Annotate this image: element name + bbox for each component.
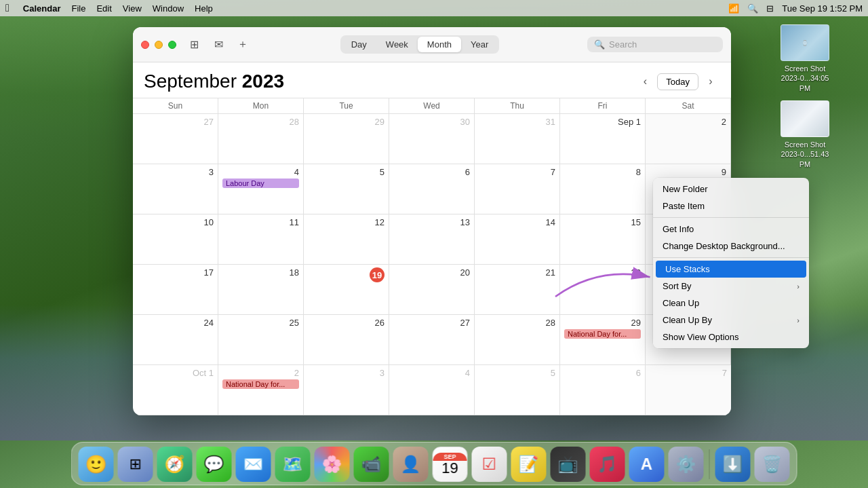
day-header-wed: Wed: [389, 98, 475, 114]
dock-contacts[interactable]: 👤: [393, 447, 429, 482]
desktop-icon-screenshot2[interactable]: Screen Shot2023-0...51.43 PM: [774, 100, 835, 169]
search-bar[interactable]: 🔍 Search: [587, 37, 723, 52]
ctx-get-info[interactable]: Get Info: [653, 221, 809, 238]
event-national-day-29[interactable]: National Day for...: [564, 329, 641, 339]
ctx-clean-up-by[interactable]: Clean Up By ›: [653, 312, 809, 329]
dock-launchpad[interactable]: ⊞: [118, 447, 153, 482]
day-cell-aug27[interactable]: 27: [133, 114, 218, 164]
day-cell-sep18[interactable]: 18: [218, 265, 304, 315]
menubar-view[interactable]: View: [123, 3, 142, 14]
screenshot1-label: Screen Shot2023-0...34:05 PM: [774, 64, 835, 93]
event-labour-day[interactable]: Labour Day: [222, 179, 299, 188]
menubar-file[interactable]: File: [71, 3, 85, 14]
day-cell-oct1[interactable]: Oct 1: [133, 365, 218, 415]
calendar-grid: Sun Mon Tue Wed Thu Fri Sat 27 28 29 30 …: [133, 98, 731, 415]
day-cell-sep7[interactable]: 7: [475, 164, 560, 214]
day-cell-oct6[interactable]: 6: [560, 365, 646, 415]
ctx-new-folder[interactable]: New Folder: [653, 181, 809, 198]
calendar-content: September 2023 ‹ Today › Sun Mon Tue Wed…: [133, 62, 731, 415]
tab-day[interactable]: Day: [342, 37, 376, 52]
new-event-button[interactable]: ＋: [233, 35, 252, 54]
day-cell-sep13[interactable]: 13: [389, 214, 475, 265]
ctx-divider-2: [653, 257, 809, 258]
day-cell-oct3[interactable]: 3: [304, 365, 389, 415]
month-title: September 2023: [144, 71, 284, 92]
dock-downloads[interactable]: ⬇️: [715, 447, 751, 482]
day-cell-sep12[interactable]: 12: [304, 214, 389, 265]
ctx-change-desktop[interactable]: Change Desktop Background...: [653, 238, 809, 255]
day-cell-sep22[interactable]: 22: [560, 265, 646, 315]
day-cell-sep24[interactable]: 24: [133, 315, 218, 365]
menubar-help[interactable]: Help: [195, 3, 213, 14]
menubar-window[interactable]: Window: [153, 3, 184, 14]
day-cell-sep3[interactable]: 3: [133, 164, 218, 214]
dock-calendar[interactable]: SEP 19: [433, 447, 468, 482]
day-cell-sep28[interactable]: 28: [475, 315, 560, 365]
day-cell-sep14[interactable]: 14: [475, 214, 560, 265]
menubar-app-name[interactable]: Calendar: [23, 3, 61, 14]
day-cell-sep11[interactable]: 11: [218, 214, 304, 265]
ctx-show-view-options[interactable]: Show View Options: [653, 329, 809, 345]
dock-music[interactable]: 🎵: [590, 447, 625, 482]
day-cell-sep4[interactable]: 4 Labour Day: [218, 164, 304, 214]
day-cell-aug29[interactable]: 29: [304, 114, 389, 164]
dock-system-preferences[interactable]: ⚙️: [669, 447, 704, 482]
dock-appstore[interactable]: A: [629, 447, 665, 482]
control-center-icon[interactable]: ⊟: [766, 3, 774, 14]
day-cell-sep5[interactable]: 5: [304, 164, 389, 214]
day-cell-sep26[interactable]: 26: [304, 315, 389, 365]
day-cell-sep1[interactable]: Sep 1: [560, 114, 646, 164]
day-cell-oct2[interactable]: 2 National Day for...: [218, 365, 304, 415]
day-cell-sep6[interactable]: 6: [389, 164, 475, 214]
ctx-sort-by[interactable]: Sort By ›: [653, 278, 809, 295]
day-cell-sep8[interactable]: 8: [560, 164, 646, 214]
prev-month-button[interactable]: ‹: [635, 72, 654, 91]
day-cell-sep2[interactable]: 2: [646, 114, 731, 164]
day-cell-aug28[interactable]: 28: [218, 114, 304, 164]
day-cell-sep15[interactable]: 15: [560, 214, 646, 265]
day-cell-aug31[interactable]: 31: [475, 114, 560, 164]
day-cell-oct5[interactable]: 5: [475, 365, 560, 415]
close-button[interactable]: [141, 41, 149, 49]
menubar-left:  Calendar File Edit View Window Help: [5, 2, 213, 14]
dock-photos[interactable]: 🌸: [315, 447, 350, 482]
day-cell-sep29[interactable]: 29 National Day for...: [560, 315, 646, 365]
day-cell-aug30[interactable]: 30: [389, 114, 475, 164]
sidebar-toggle-button[interactable]: ⊞: [184, 35, 203, 54]
dock-safari[interactable]: 🧭: [157, 447, 193, 482]
desktop-icon-screenshot1[interactable]: ⌚ Screen Shot2023-0...34:05 PM: [774, 24, 835, 93]
next-month-button[interactable]: ›: [701, 72, 720, 91]
day-cell-sep27[interactable]: 27: [389, 315, 475, 365]
dock-reminders[interactable]: ☑: [472, 447, 507, 482]
day-cell-oct7[interactable]: 7: [646, 365, 731, 415]
event-national-day-oct2[interactable]: National Day for...: [222, 379, 299, 389]
search-icon[interactable]: 🔍: [747, 3, 758, 14]
day-cell-sep25[interactable]: 25: [218, 315, 304, 365]
add-event-button[interactable]: ✉: [209, 35, 228, 54]
dock-mail[interactable]: ✉️: [236, 447, 271, 482]
tab-year[interactable]: Year: [461, 37, 498, 52]
minimize-button[interactable]: [155, 41, 163, 49]
ctx-paste-item[interactable]: Paste Item: [653, 198, 809, 214]
dock-notes[interactable]: 📝: [511, 447, 547, 482]
day-cell-sep19[interactable]: 19: [304, 265, 389, 315]
menubar-edit[interactable]: Edit: [96, 3, 111, 14]
tab-month[interactable]: Month: [418, 37, 461, 52]
day-cell-sep17[interactable]: 17: [133, 265, 218, 315]
today-button[interactable]: Today: [657, 73, 698, 90]
ctx-clean-up[interactable]: Clean Up: [653, 295, 809, 312]
dock-trash[interactable]: 🗑️: [755, 447, 790, 482]
day-cell-sep10[interactable]: 10: [133, 214, 218, 265]
dock-messages[interactable]: 💬: [197, 447, 232, 482]
apple-menu[interactable]: : [5, 2, 9, 14]
day-cell-sep20[interactable]: 20: [389, 265, 475, 315]
ctx-use-stacks[interactable]: Use Stacks: [656, 261, 806, 278]
day-cell-sep21[interactable]: 21: [475, 265, 560, 315]
dock-maps[interactable]: 🗺️: [275, 447, 311, 482]
dock-facetime[interactable]: 📹: [354, 447, 389, 482]
tab-week[interactable]: Week: [376, 37, 418, 52]
fullscreen-button[interactable]: [168, 41, 176, 49]
day-cell-oct4[interactable]: 4: [389, 365, 475, 415]
dock-appletv[interactable]: 📺: [551, 447, 586, 482]
dock-finder[interactable]: 🙂: [79, 447, 114, 482]
